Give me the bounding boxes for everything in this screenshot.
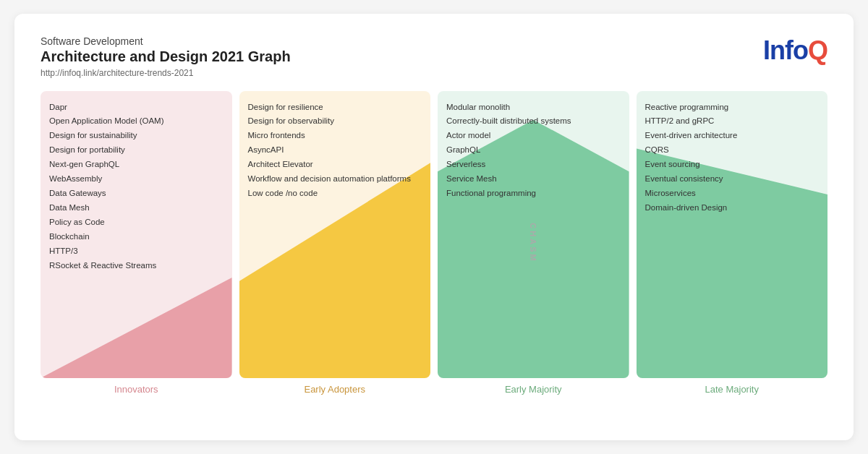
list-item: CQRS [645,143,820,158]
list-item: HTTP/3 [49,244,224,258]
list-item: Workflow and decision automation platfor… [248,172,422,187]
chasm-label: CHASM [529,223,537,262]
early-majority-label: Early Majority [438,384,629,395]
list-item: Architect Elevator [248,158,422,172]
url-link: http://infoq.link/architecture-trends-20… [41,68,291,78]
late-majority-label: Late Majority [637,384,828,395]
list-item: Event sourcing [645,158,820,172]
late-majority-list: Reactive programming HTTP/2 and gRPC Eve… [645,100,820,215]
list-item: RSocket & Reactive Streams [49,258,224,273]
list-item: Actor model [446,129,621,143]
infoq-logo: InfoQ [763,35,827,66]
early-adopters-box: Design for resilience Design for observa… [239,91,431,378]
list-item: Modular monolith [446,100,621,114]
main-card: Software Development Architecture and De… [14,14,854,440]
innovators-label: Innovators [41,384,232,395]
list-item: Low code /no code [248,187,422,201]
list-item: Blockchain [49,229,224,244]
list-item: WebAssembly [49,172,224,187]
list-item: Domain-driven Design [645,201,820,215]
column-early-adopters: Design for resilience Design for observa… [239,91,431,395]
innovators-box: Dapr Open Application Model (OAM) Design… [41,91,232,378]
list-item: Design for resilience [248,100,422,114]
late-majority-box: Reactive programming HTTP/2 and gRPC Eve… [637,91,828,378]
list-item: Correctly-built distributed systems [446,114,621,129]
header: Software Development Architecture and De… [41,35,827,78]
chart-area: Dapr Open Application Model (OAM) Design… [41,91,827,395]
list-item: Eventual consistency [645,172,820,187]
list-item: Design for portability [49,143,224,158]
subtitle: Software Development [41,35,291,47]
list-item: Data Mesh [49,201,224,215]
list-item: Functional programming [446,187,621,201]
list-item: Dapr [49,100,224,114]
list-item: Policy as Code [49,215,224,230]
list-item: Design for observability [248,114,422,129]
column-late-majority: Reactive programming HTTP/2 and gRPC Eve… [637,91,828,395]
column-early-majority: CHASM Modular monolith Correctly-built d… [438,91,629,395]
innovators-list: Dapr Open Application Model (OAM) Design… [49,100,224,273]
list-item: Service Mesh [446,172,621,187]
main-title: Architecture and Design 2021 Graph [41,47,291,66]
list-item: Microservices [645,187,820,201]
list-item: Serverless [446,158,621,172]
list-item: Event-driven architecture [645,129,820,143]
list-item: HTTP/2 and gRPC [645,114,820,129]
early-majority-list: Modular monolith Correctly-built distrib… [446,100,621,201]
list-item: Data Gateways [49,187,224,201]
early-adopters-list: Design for resilience Design for observa… [248,100,422,201]
list-item: GraphQL [446,143,621,158]
list-item: Next-gen GraphQL [49,158,224,172]
list-item: AsyncAPI [248,143,422,158]
column-innovators: Dapr Open Application Model (OAM) Design… [41,91,232,395]
list-item: Open Application Model (OAM) [49,114,224,129]
list-item: Design for sustainability [49,129,224,143]
title-block: Software Development Architecture and De… [41,35,291,78]
list-item: Reactive programming [645,100,820,114]
early-adopters-label: Early Adopters [239,384,431,395]
list-item: Micro frontends [248,129,422,143]
